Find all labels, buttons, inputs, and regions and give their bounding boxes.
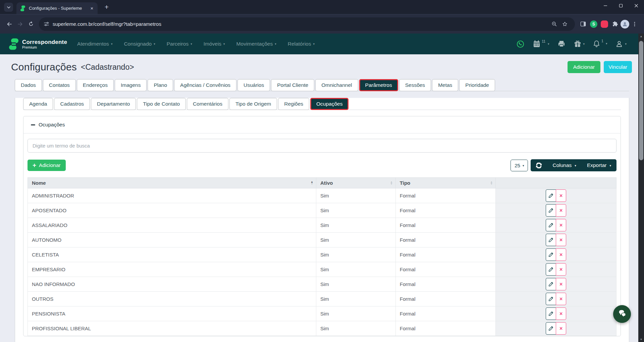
browser-profile-avatar[interactable] [621,20,629,28]
edit-row-button[interactable] [546,307,556,320]
panel-collapse-toggle[interactable]: Ocupações [23,116,621,133]
tab-dados[interactable]: Dados [15,79,42,91]
ocupacoes-table: Nome▲▼Ativo▲▼Tipo▲▼ ADMINISTRADORSimForm… [28,177,616,336]
brand[interactable]: Correspondente Premium [9,38,67,50]
chat-fab-button[interactable] [613,305,631,323]
menu-item-movimentacoes[interactable]: Movimentações▾ [236,41,276,47]
search-input[interactable] [28,139,616,153]
edit-row-button[interactable] [546,204,556,217]
extension-superleme-icon[interactable]: S [588,19,599,30]
cell-ativo: Sim [316,218,395,233]
tab-omnichannel[interactable]: Omnichannel [315,79,358,91]
back-button[interactable] [4,19,15,30]
delete-row-button[interactable]: × [556,263,566,276]
printer-icon[interactable] [557,40,566,48]
subtab-tipo-de-origem[interactable]: Tipo de Origem [229,98,277,110]
edit-row-button[interactable] [546,219,556,231]
table-row: APOSENTADOSimFormal × [28,203,616,218]
url-text[interactable]: superleme.com.br/conf/self/mgr?tab=param… [53,21,549,27]
new-tab-button[interactable]: + [102,3,111,11]
edit-row-button[interactable] [546,293,556,305]
pencil-icon [548,252,553,257]
tab-enderecos[interactable]: Endereços [77,79,114,91]
window-close-button[interactable] [629,0,644,11]
tab-agencias-convenios[interactable]: Agências / Convênios [174,79,236,91]
bell-icon[interactable]: 1 ▾ [593,40,607,48]
menu-item-consignado[interactable]: Consignado▾ [124,41,155,47]
edit-row-button[interactable] [546,263,556,276]
column-header-nome[interactable]: Nome▲▼ [28,178,316,188]
extension-red-icon[interactable] [599,19,610,30]
scrollbar-down-arrow[interactable]: ▼ [638,337,644,342]
page-size-dropdown[interactable]: 25▾ [511,160,528,171]
colunas-dropdown[interactable]: Colunas▾ [547,159,581,171]
tab-parametros[interactable]: Parâmetros [359,79,398,91]
delete-row-button[interactable]: × [556,189,566,202]
tab-usuarios[interactable]: Usuários [237,79,270,91]
tab-imagens[interactable]: Imagens [115,79,147,91]
forward-button[interactable] [15,19,25,30]
delete-row-button[interactable]: × [556,204,566,217]
delete-row-button[interactable]: × [556,322,566,335]
scrollbar-up-arrow[interactable]: ▲ [638,34,644,39]
browser-menu-icon[interactable] [629,19,640,30]
edit-row-button[interactable] [546,278,556,290]
adicionar-button[interactable]: Adicionar [568,61,601,73]
chat-bubbles-icon [617,309,627,319]
menu-item-atendimentos[interactable]: Atendimentos▾ [77,41,112,47]
vincular-button[interactable]: Vincular [604,61,632,73]
menu-item-relatorios[interactable]: Relatórios▾ [288,41,315,47]
reload-button[interactable] [25,19,36,30]
delete-row-button[interactable]: × [556,278,566,290]
site-info-icon[interactable] [44,21,49,27]
add-row-button[interactable]: + Adicionar [28,160,66,171]
gift-icon[interactable]: ▾ [574,40,585,48]
tab-plano[interactable]: Plano [148,79,173,91]
subtab-cadastros[interactable]: Cadastros [54,98,90,110]
tab-sessoes[interactable]: Sessões [399,79,431,91]
delete-row-button[interactable]: × [556,219,566,231]
whatsapp-icon[interactable] [516,40,525,48]
edit-row-button[interactable] [546,322,556,335]
calendar-icon[interactable]: 11 ▾ [533,40,549,48]
tab-search-button[interactable] [4,3,13,12]
delete-row-button[interactable]: × [556,248,566,261]
delete-row-button[interactable]: × [556,234,566,246]
bookmark-star-icon[interactable] [559,19,570,30]
subtab-tipo-de-contato[interactable]: Tipo de Contato [137,98,186,110]
window-maximize-button[interactable] [613,0,629,11]
pencil-icon [548,267,553,272]
window-minimize-button[interactable] [598,0,613,11]
side-panel-icon[interactable] [578,19,588,30]
browser-tab[interactable]: Configurações - Superleme × [16,2,98,14]
delete-row-button[interactable]: × [556,293,566,305]
address-bar[interactable]: superleme.com.br/conf/self/mgr?tab=param… [39,17,575,31]
chevron-down-icon: ▾ [609,164,611,167]
user-icon[interactable]: ▾ [615,40,627,48]
edit-row-button[interactable] [546,234,556,246]
menu-item-parceiros[interactable]: Parceiros▾ [167,41,192,47]
tab-metas[interactable]: Metas [432,79,458,91]
edit-row-button[interactable] [546,248,556,261]
zoom-out-icon[interactable] [549,19,559,30]
tab-prioridade[interactable]: Prioridade [459,79,495,91]
exportar-dropdown[interactable]: Exportar▾ [582,159,616,171]
tab-close-icon[interactable]: × [89,5,95,11]
subtab-ocupacoes[interactable]: Ocupações [310,98,348,110]
extensions-puzzle-icon[interactable] [610,19,621,30]
menu-item-imoveis[interactable]: Imóveis▾ [204,41,225,47]
page-scrollbar[interactable]: ▲ ▼ [638,34,644,342]
subtab-agenda[interactable]: Agenda [23,98,53,110]
tab-contatos[interactable]: Contatos [43,79,76,91]
cell-nome: PENSIONISTA [28,306,316,321]
edit-row-button[interactable] [546,189,556,202]
scrollbar-thumb[interactable] [639,41,643,160]
tab-portal-cliente[interactable]: Portal Cliente [271,79,314,91]
column-header-tipo[interactable]: Tipo▲▼ [395,178,495,188]
subtab-regioes[interactable]: Regiões [278,98,309,110]
refresh-button[interactable] [531,159,547,171]
subtab-departamento[interactable]: Departamento [91,98,136,110]
subtab-comentarios[interactable]: Comentários [187,98,228,110]
delete-row-button[interactable]: × [556,307,566,320]
column-header-ativo[interactable]: Ativo▲▼ [316,178,395,188]
